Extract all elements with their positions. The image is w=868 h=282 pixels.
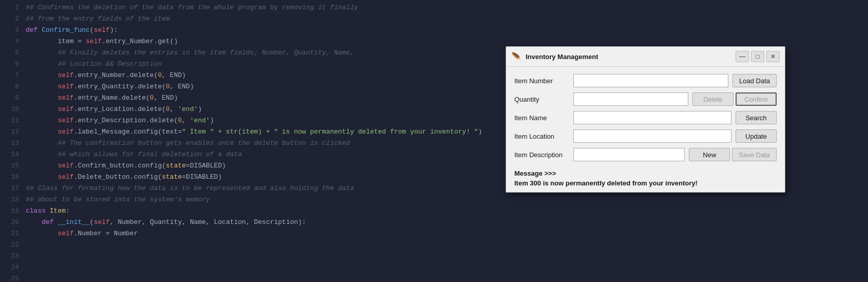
item-number-label: Item Number xyxy=(514,77,573,85)
inventory-window: 🪶 Inventory Management — □ ✕ Item Number… xyxy=(506,46,785,193)
maximize-button[interactable]: □ xyxy=(751,51,764,62)
new-button[interactable]: New xyxy=(689,148,730,161)
item-location-label: Item Location xyxy=(514,133,573,140)
item-description-label: Item Description xyxy=(514,151,573,159)
message-area: Message >>> Item 300 is now permanently … xyxy=(514,166,777,187)
item-number-row: Item Number Load Data xyxy=(514,74,777,87)
window-body: Item Number Load Data Quantity Delete Co… xyxy=(506,67,785,192)
quantity-input[interactable] xyxy=(573,92,688,106)
window-icon: 🪶 xyxy=(511,52,522,62)
minimize-button[interactable]: — xyxy=(736,51,749,62)
window-controls: — □ ✕ xyxy=(736,51,780,62)
code-lines: ## Confirmes the deletion of the data fr… xyxy=(0,0,503,282)
new-savedata-group: New Save Data xyxy=(689,148,777,161)
update-button[interactable]: Update xyxy=(736,129,777,143)
save-data-button[interactable]: Save Data xyxy=(732,148,777,161)
window-title: Inventory Management xyxy=(526,53,736,61)
load-data-button[interactable]: Load Data xyxy=(732,74,777,87)
item-name-label: Item Name xyxy=(514,114,573,122)
title-bar: 🪶 Inventory Management — □ ✕ xyxy=(506,47,785,67)
delete-button[interactable]: Delete xyxy=(692,92,734,106)
item-location-input[interactable] xyxy=(573,129,731,143)
close-button[interactable]: ✕ xyxy=(766,51,780,62)
item-name-input[interactable] xyxy=(573,111,731,124)
item-description-row: Item Description New Save Data xyxy=(514,148,777,161)
confirm-button[interactable]: Confirm xyxy=(736,92,777,106)
item-number-input[interactable] xyxy=(573,74,728,87)
search-button[interactable]: Search xyxy=(736,111,777,124)
item-description-input[interactable] xyxy=(573,148,685,161)
delete-confirm-group: Delete Confirm xyxy=(692,92,777,106)
item-location-row: Item Location Update xyxy=(514,129,777,143)
message-label: Message >>> xyxy=(514,170,777,177)
quantity-row: Quantity Delete Confirm xyxy=(514,92,777,106)
quantity-label: Quantity xyxy=(514,96,573,103)
message-text: Item 300 is now permanently deleted from… xyxy=(514,179,777,187)
item-name-row: Item Name Search xyxy=(514,111,777,124)
